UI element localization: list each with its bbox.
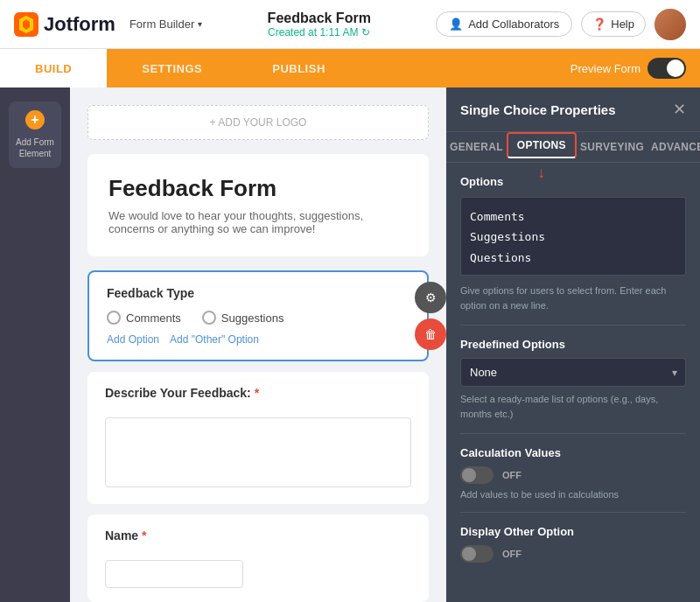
chevron-down-icon: ▾ xyxy=(198,19,202,29)
feedback-type-wrapper: Feedback Type Comments Suggestions Add O… xyxy=(88,270,429,361)
form-created-text: Created at 1:11 AM xyxy=(268,26,358,38)
header-center: Feedback Form Created at 1:11 AM ↻ xyxy=(213,10,425,38)
jotform-logo-icon xyxy=(14,12,38,37)
header: Jotform Form Builder ▾ Feedback Form Cre… xyxy=(0,0,700,49)
divider3 xyxy=(460,512,686,513)
help-icon: ❓ xyxy=(592,18,606,31)
predefined-select[interactable]: None xyxy=(460,358,686,387)
describe-feedback-field: Describe Your Feedback: * xyxy=(88,372,429,504)
panel-title: Single Choice Properties xyxy=(460,102,616,117)
predefined-label: Predefined Options xyxy=(460,338,686,351)
preview-label: Preview Form xyxy=(570,62,640,75)
form-canvas: + ADD YOUR LOGO Feedback Form We would l… xyxy=(70,88,446,602)
display-other-knob xyxy=(462,547,476,561)
name-input[interactable] xyxy=(105,560,243,588)
add-logo-text: + ADD YOUR LOGO xyxy=(210,116,307,129)
options-textarea[interactable]: Comments Suggestions Questions xyxy=(460,197,686,276)
calculation-label: Calculation Values xyxy=(460,446,686,459)
add-other-option-link[interactable]: Add "Other" Option xyxy=(170,333,259,346)
form-builder-label: Form Builder xyxy=(130,18,194,31)
options-help: Give options for users to select from. E… xyxy=(460,284,686,312)
avatar-image xyxy=(654,9,686,40)
refresh-icon: ↻ xyxy=(361,26,370,38)
down-arrow-icon: ↓ xyxy=(537,164,545,182)
plus-icon: + xyxy=(25,110,45,130)
describe-feedback-label: Describe Your Feedback: * xyxy=(105,386,411,400)
header-actions: 👤 Add Collaborators ❓ Help xyxy=(436,9,686,40)
tab-build[interactable]: BUILD xyxy=(0,49,107,88)
help-label: Help xyxy=(611,18,634,31)
add-collaborators-button[interactable]: 👤 Add Collaborators xyxy=(436,11,572,37)
panel-close-button[interactable]: ✕ xyxy=(673,100,686,119)
preview-toggle[interactable] xyxy=(648,58,686,79)
add-form-element-label: Add Form Element xyxy=(14,136,56,159)
tab-options-wrapper: OPTIONS ↓ xyxy=(507,132,577,162)
radio-comments[interactable]: Comments xyxy=(107,311,181,325)
form-subtext: We would love to hear your thoughts, sug… xyxy=(108,209,408,235)
required-star-feedback: * xyxy=(255,386,259,400)
add-collaborators-label: Add Collaborators xyxy=(468,18,559,31)
main-layout: + Add Form Element + ADD YOUR LOGO Feedb… xyxy=(0,88,700,602)
display-other-toggle-label: OFF xyxy=(502,549,522,559)
logo-text: Jotform xyxy=(44,13,116,36)
feedback-type-field: Feedback Type Comments Suggestions Add O… xyxy=(88,270,429,361)
help-button[interactable]: ❓ Help xyxy=(581,11,646,37)
predefined-help: Select a ready-made list of options (e.g… xyxy=(460,392,686,421)
divider2 xyxy=(460,433,686,434)
tab-advanced[interactable]: ADVANCED xyxy=(648,132,700,162)
display-other-toggle-row: OFF xyxy=(460,545,686,563)
radio-suggestions[interactable]: Suggestions xyxy=(202,311,284,325)
form-builder-button[interactable]: Form Builder ▾ xyxy=(130,18,202,31)
field-actions: ⚙ 🗑 xyxy=(415,282,446,350)
form-header-card: Feedback Form We would love to hear your… xyxy=(88,154,429,256)
form-created: Created at 1:11 AM ↻ xyxy=(213,26,425,38)
required-star-name: * xyxy=(142,528,146,542)
tab-settings[interactable]: SETTINGS xyxy=(107,49,237,88)
logo-area: Jotform xyxy=(14,12,116,37)
calc-toggle-knob xyxy=(462,468,476,482)
divider1 xyxy=(460,325,686,326)
display-other-label: Display Other Option xyxy=(460,525,686,538)
radio-options: Comments Suggestions xyxy=(107,311,410,325)
radio-suggestions-label: Suggestions xyxy=(221,312,284,325)
field-links: Add Option Add "Other" Option xyxy=(107,333,410,346)
right-panel: Single Choice Properties ✕ GENERAL OPTIO… xyxy=(446,88,700,602)
form-title: Feedback Form xyxy=(213,10,425,26)
person-icon: 👤 xyxy=(449,18,463,31)
tab-surveying[interactable]: SURVEYING xyxy=(577,132,648,162)
delete-button[interactable]: 🗑 xyxy=(415,318,446,350)
radio-comments-label: Comments xyxy=(126,312,181,325)
avatar xyxy=(654,9,686,40)
add-form-element-button[interactable]: + Add Form Element xyxy=(9,102,61,168)
calculation-toggle-label: OFF xyxy=(502,470,522,480)
display-other-toggle[interactable] xyxy=(460,545,494,563)
tab-publish[interactable]: PUBLISH xyxy=(237,49,360,88)
gear-button[interactable]: ⚙ xyxy=(415,282,446,313)
panel-tabs: GENERAL OPTIONS ↓ SURVEYING ADVANCED xyxy=(446,132,700,163)
radio-circle-suggestions xyxy=(202,311,216,325)
feedback-type-label: Feedback Type xyxy=(107,286,410,300)
sidebar: + Add Form Element xyxy=(0,88,70,602)
name-label: Name * xyxy=(105,528,411,542)
calculation-help: Add values to be used in calculations xyxy=(460,489,686,500)
preview-form-area: Preview Form xyxy=(570,49,700,88)
predefined-select-wrapper: None ▾ xyxy=(460,358,686,387)
panel-header: Single Choice Properties ✕ xyxy=(446,88,700,132)
describe-feedback-textarea[interactable] xyxy=(105,417,411,487)
add-option-link[interactable]: Add Option xyxy=(107,333,159,346)
panel-body: Options Comments Suggestions Questions G… xyxy=(446,163,700,575)
form-heading: Feedback Form xyxy=(108,175,408,202)
calculation-toggle-row: OFF xyxy=(460,466,686,484)
name-text: Name xyxy=(105,528,138,542)
toggle-knob xyxy=(667,60,684,77)
calculation-toggle[interactable] xyxy=(460,466,494,484)
add-logo-bar[interactable]: + ADD YOUR LOGO xyxy=(88,105,429,140)
tab-general[interactable]: GENERAL xyxy=(446,132,507,162)
describe-feedback-text: Describe Your Feedback: xyxy=(105,386,251,400)
tab-options[interactable]: OPTIONS xyxy=(507,132,577,158)
options-section-label: Options xyxy=(460,175,686,188)
radio-circle-comments xyxy=(107,311,121,325)
nav-tabs: BUILD SETTINGS PUBLISH Preview Form xyxy=(0,49,700,88)
name-field: Name * xyxy=(88,514,429,602)
